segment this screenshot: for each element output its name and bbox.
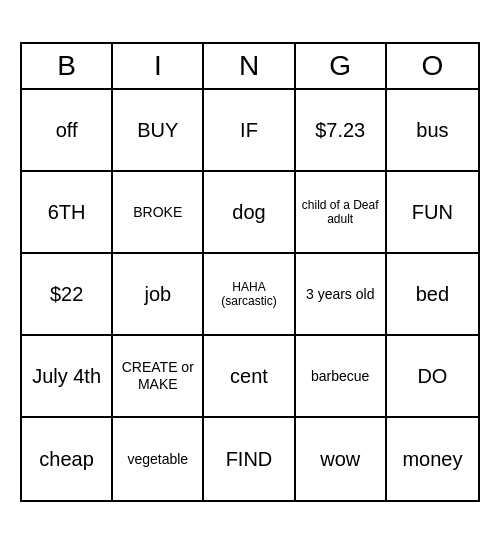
bingo-cell: cent (204, 336, 295, 418)
bingo-cell: bus (387, 90, 478, 172)
bingo-cell: child of a Deaf adult (296, 172, 387, 254)
header-letter: G (296, 44, 387, 88)
bingo-cell: bed (387, 254, 478, 336)
bingo-cell: vegetable (113, 418, 204, 500)
bingo-cell: FIND (204, 418, 295, 500)
bingo-cell: dog (204, 172, 295, 254)
bingo-card: BINGO offBUYIF$7.23bus6THBROKEdogchild o… (20, 42, 480, 502)
bingo-header: BINGO (22, 44, 478, 90)
bingo-cell: BROKE (113, 172, 204, 254)
bingo-cell: 3 years old (296, 254, 387, 336)
bingo-cell: FUN (387, 172, 478, 254)
bingo-cell: cheap (22, 418, 113, 500)
bingo-cell: IF (204, 90, 295, 172)
bingo-grid: offBUYIF$7.23bus6THBROKEdogchild of a De… (22, 90, 478, 500)
bingo-cell: $22 (22, 254, 113, 336)
header-letter: O (387, 44, 478, 88)
header-letter: I (113, 44, 204, 88)
bingo-cell: off (22, 90, 113, 172)
bingo-cell: job (113, 254, 204, 336)
header-letter: N (204, 44, 295, 88)
bingo-cell: CREATE or MAKE (113, 336, 204, 418)
header-letter: B (22, 44, 113, 88)
bingo-cell: barbecue (296, 336, 387, 418)
bingo-cell: $7.23 (296, 90, 387, 172)
bingo-cell: BUY (113, 90, 204, 172)
bingo-cell: DO (387, 336, 478, 418)
bingo-cell: July 4th (22, 336, 113, 418)
bingo-cell: HAHA (sarcastic) (204, 254, 295, 336)
bingo-cell: 6TH (22, 172, 113, 254)
bingo-cell: wow (296, 418, 387, 500)
bingo-cell: money (387, 418, 478, 500)
